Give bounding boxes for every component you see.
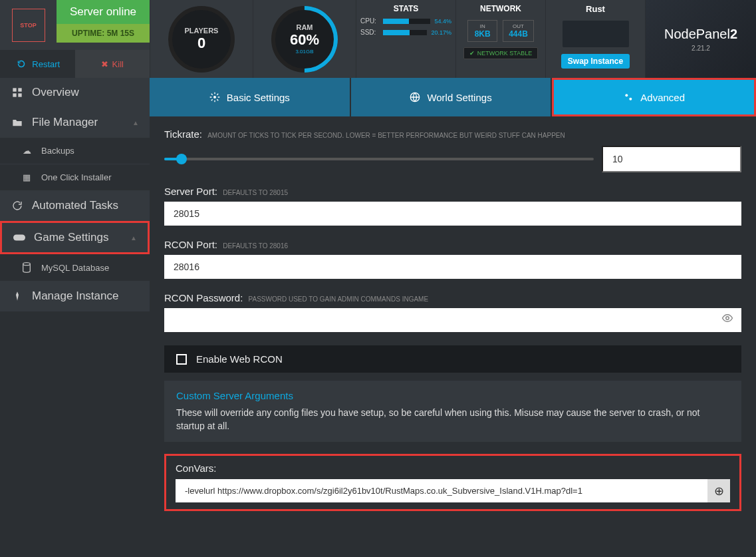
tab-label: World Settings	[427, 92, 491, 103]
sidebar-item-mysql[interactable]: MySQL Database	[0, 254, 150, 281]
svg-point-5	[23, 263, 31, 266]
tickrate-slider[interactable]	[164, 158, 594, 160]
sidebar-item-automated[interactable]: Automated Tasks	[0, 191, 150, 221]
stats-title: STATS	[394, 4, 419, 13]
game-thumbnail	[563, 21, 629, 47]
cpu-label: CPU:	[360, 17, 379, 25]
sidebar-item-filemanager[interactable]: File Manager ▲	[0, 108, 150, 138]
cogs-icon	[623, 92, 634, 102]
rconpw-input[interactable]	[164, 308, 741, 332]
svg-rect-0	[13, 88, 16, 91]
players-value: 0	[197, 35, 205, 52]
sidebar-item-label: Automated Tasks	[32, 199, 118, 212]
svg-point-8	[626, 94, 628, 96]
players-label: PLAYERS	[185, 27, 219, 35]
restart-label: Restart	[32, 59, 60, 69]
serverport-label: Server Port: DEFAULTS TO 28015	[164, 186, 288, 197]
brand-version: 2.21.2	[692, 45, 710, 52]
ssd-label: SSD:	[360, 29, 379, 36]
eye-icon[interactable]	[721, 313, 733, 323]
ram-label: RAM	[296, 23, 313, 31]
grid-small-icon: ▦	[20, 172, 33, 182]
restart-button[interactable]: Restart	[0, 50, 75, 78]
slider-thumb[interactable]	[176, 154, 187, 164]
refresh-icon	[11, 200, 24, 211]
rconpw-label: RCON Password: PASSWORD USED TO GAIN ADM…	[164, 292, 428, 303]
webrcon-checkbox[interactable]	[176, 354, 187, 365]
tickrate-input[interactable]	[602, 146, 741, 172]
chevron-up-icon: ▲	[130, 234, 137, 242]
convars-label: ConVars:	[176, 463, 730, 474]
ram-value: 60%	[290, 31, 319, 49]
gear-icon	[209, 92, 220, 102]
database-icon	[20, 262, 33, 273]
custom-args-text: These will override any config files you…	[176, 407, 729, 433]
plus-icon: ⊕	[714, 484, 724, 498]
serverport-input[interactable]	[164, 202, 741, 226]
folder-icon	[11, 118, 24, 127]
cpu-value: 54.4%	[434, 18, 451, 25]
rocket-icon	[11, 291, 24, 301]
sidebar-item-label: One Click Installer	[41, 172, 111, 182]
sidebar-item-label: File Manager	[32, 116, 98, 129]
brand-panel: NodePanel2 2.21.2	[645, 0, 756, 78]
server-status: Server online	[57, 0, 150, 24]
tab-basic-settings[interactable]: Basic Settings	[150, 78, 351, 116]
kill-label: Kill	[112, 59, 124, 69]
webrcon-label: Enable Web RCON	[196, 353, 283, 365]
rconpw-hint: PASSWORD USED TO GAIN ADMIN COMMANDS ING…	[249, 295, 429, 303]
game-title: Rust	[586, 4, 605, 14]
network-in: IN 8KB	[467, 20, 497, 42]
sidebar-item-label: Overview	[32, 86, 79, 99]
serverport-hint: DEFAULTS TO 28015	[223, 189, 288, 196]
svg-rect-4	[13, 235, 25, 241]
grid-icon	[11, 87, 24, 98]
tickrate-label: Tickrate: AMOUNT OF TICKS TO TICK PER SE…	[164, 128, 565, 140]
swap-instance-button[interactable]: Swap Instance	[561, 54, 630, 69]
sidebar-item-oneclick[interactable]: ▦ One Click Installer	[0, 164, 150, 191]
sidebar-item-backups[interactable]: ☁ Backups	[0, 138, 150, 164]
custom-args-info: Custom Server Arguments These will overr…	[164, 381, 741, 442]
convars-section: ConVars: ⊕	[164, 454, 741, 511]
custom-args-title: Custom Server Arguments	[176, 390, 729, 401]
svg-rect-1	[18, 88, 21, 91]
tab-label: Basic Settings	[227, 92, 290, 103]
ssd-value: 20.17%	[431, 29, 451, 36]
players-gauge: PLAYERS 0	[172, 9, 231, 69]
uptime-label: UPTIME: 5M 15S	[57, 24, 150, 43]
gamepad-icon	[13, 234, 26, 242]
rconport-input[interactable]	[164, 255, 741, 279]
cloud-icon: ☁	[20, 146, 33, 156]
tab-world-settings[interactable]: World Settings	[351, 78, 553, 116]
convars-add-button[interactable]: ⊕	[707, 479, 730, 502]
kill-button[interactable]: ✖ Kill	[75, 50, 150, 78]
svg-rect-2	[13, 93, 16, 96]
sidebar-item-label: Manage Instance	[32, 289, 118, 303]
sidebar-item-manage[interactable]: Manage Instance	[0, 281, 150, 311]
tickrate-hint: AMOUNT OF TICKS TO TICK PER SECOND. LOWE…	[207, 132, 565, 139]
globe-icon	[410, 92, 420, 102]
tab-advanced[interactable]: Advanced	[552, 78, 756, 116]
sidebar-item-label: Backups	[41, 146, 74, 156]
ram-gauge: RAM 60% 3.01GB	[275, 9, 334, 69]
svg-point-9	[630, 98, 632, 100]
restart-icon	[15, 60, 28, 68]
sidebar-item-overview[interactable]: Overview	[0, 78, 150, 108]
svg-point-10	[726, 317, 729, 320]
ssd-bar	[383, 30, 427, 35]
ram-sub: 3.01GB	[295, 49, 313, 55]
convars-input[interactable]	[176, 479, 707, 502]
svg-point-6	[213, 96, 216, 98]
sidebar-item-gamesettings[interactable]: Game Settings ▲	[0, 221, 150, 254]
sidebar-item-label: MySQL Database	[41, 263, 109, 273]
rconport-hint: DEFAULTS TO 28016	[223, 242, 288, 250]
chevron-up-icon: ▲	[132, 119, 139, 126]
stop-button[interactable]: STOP	[12, 9, 45, 42]
sidebar-item-label: Game Settings	[34, 231, 108, 244]
check-icon: ✔	[469, 50, 475, 57]
network-stable-badge: ✔ NETWORK STABLE	[463, 47, 538, 59]
svg-rect-3	[18, 93, 21, 96]
cpu-bar	[383, 19, 430, 24]
rconport-label: RCON Port: DEFAULTS TO 28016	[164, 239, 288, 250]
tab-label: Advanced	[640, 92, 685, 103]
